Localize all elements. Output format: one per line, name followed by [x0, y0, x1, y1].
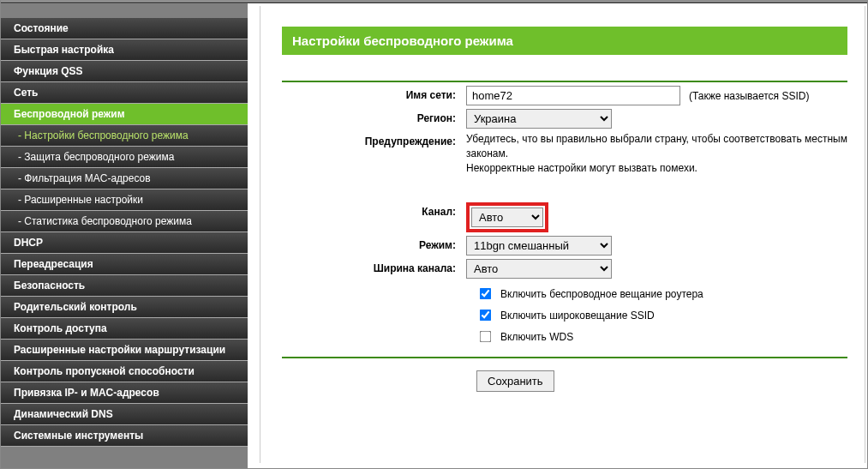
content-area: Настройки беспроводного режима Имя сети:… — [260, 1, 865, 468]
sidebar-item-ddns[interactable]: Динамический DNS — [1, 404, 248, 425]
sidebar-sub-mac-filter[interactable]: - Фильтрация MAC-адресов — [1, 168, 248, 189]
region-label: Регион: — [282, 109, 466, 124]
enable-wds-label: Включить WDS — [500, 331, 573, 343]
save-button[interactable]: Сохранить — [476, 370, 554, 392]
sidebar-item-status[interactable]: Состояние — [1, 18, 248, 39]
region-select[interactable]: Украина — [466, 109, 612, 129]
sidebar-item-quick-setup[interactable]: Быстрая настройка — [1, 39, 248, 61]
sidebar-sub-advanced[interactable]: - Расширенные настройки — [1, 189, 248, 211]
ssid-note: (Также называется SSID) — [689, 90, 809, 102]
sidebar-sub-wireless-security[interactable]: - Защита беспроводного режима — [1, 147, 248, 168]
sidebar-item-routing[interactable]: Расширенные настройки маршрутизации — [1, 340, 248, 361]
enable-radio-checkbox[interactable] — [480, 288, 492, 300]
sidebar-item-system-tools[interactable]: Системные инструменты — [1, 425, 248, 447]
ssid-input[interactable] — [466, 86, 680, 105]
sidebar-item-ip-mac-binding[interactable]: Привязка IP- и MAC-адресов — [1, 382, 248, 404]
sidebar-item-dhcp[interactable]: DHCP — [1, 232, 248, 254]
channel-select[interactable]: Авто — [471, 207, 543, 227]
enable-ssid-checkbox[interactable] — [480, 310, 492, 322]
enable-wds-checkbox[interactable] — [480, 331, 492, 343]
sidebar-item-security[interactable]: Безопасность — [1, 275, 248, 297]
warning-label: Предупреждение: — [282, 132, 466, 147]
page-title: Настройки беспроводного режима — [282, 27, 847, 55]
warning-text: Убедитесь, что вы правильно выбрали стра… — [466, 132, 847, 175]
ssid-label: Имя сети: — [282, 86, 466, 101]
mode-select[interactable]: 11bgn смешанный — [466, 236, 612, 256]
enable-ssid-label: Включить широковещание SSID — [500, 310, 655, 322]
sidebar-item-forwarding[interactable]: Переадресация — [1, 254, 248, 275]
sidebar-item-access-control[interactable]: Контроль доступа — [1, 318, 248, 340]
sidebar-item-qss[interactable]: Функция QSS — [1, 61, 248, 82]
channel-highlight: Авто — [466, 202, 548, 232]
sidebar-item-parental[interactable]: Родительский контроль — [1, 297, 248, 318]
width-label: Ширина канала: — [282, 259, 466, 274]
sidebar-item-bandwidth[interactable]: Контроль пропускной способности — [1, 361, 248, 382]
width-select[interactable]: Авто — [466, 259, 612, 279]
sidebar: СостояниеБыстрая настройкаФункция QSSСет… — [1, 1, 248, 468]
channel-label: Канал: — [282, 202, 466, 218]
enable-radio-label: Включить беспроводное вещание роутера — [500, 288, 703, 300]
sidebar-item-wireless[interactable]: Беспроводной режим — [1, 104, 248, 125]
sidebar-sub-stats[interactable]: - Статистика беспроводного режима — [1, 211, 248, 232]
mode-label: Режим: — [282, 236, 466, 251]
sidebar-item-network[interactable]: Сеть — [1, 82, 248, 104]
sidebar-sub-wireless-settings[interactable]: - Настройки беспроводного режима — [1, 125, 248, 147]
